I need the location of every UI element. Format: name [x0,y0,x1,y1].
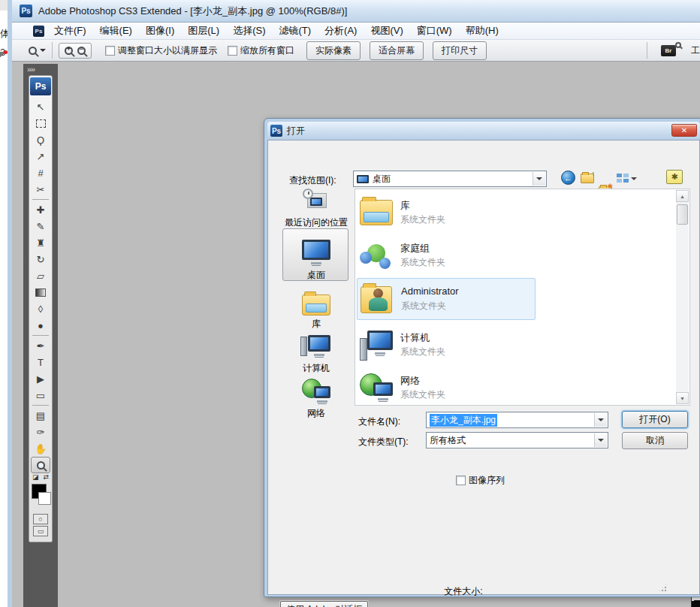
back-button[interactable]: ← [561,171,575,185]
separator [647,42,647,59]
resize-grip[interactable] [658,583,668,593]
resize-windows-checkbox[interactable] [105,46,115,56]
marquee-tool[interactable] [29,115,52,131]
menu-window[interactable]: 窗口(W) [410,23,459,39]
window-title: Adobe Photoshop CS3 Extended - [李小龙_副本.j… [38,5,347,18]
shape-tool[interactable]: ▭ [29,387,52,403]
menu-view[interactable]: 视图(V) [364,23,409,39]
path-select-tool[interactable]: ▶ [29,370,52,387]
image-sequence-checkbox[interactable] [456,476,466,485]
zoom-out-icon[interactable]: − [77,47,86,55]
close-button[interactable]: ✕ [671,124,697,137]
screen-mode-button[interactable]: ▭ [33,526,48,536]
image-sequence-label: 图像序列 [469,474,505,487]
bridge-icon[interactable]: Br [661,45,676,56]
dropdown-button[interactable] [594,413,607,427]
list-item-homegroup[interactable]: 家庭组 系统文件夹 [357,235,536,277]
pen-tool[interactable]: ✒ [29,337,52,354]
hand-tool[interactable]: ✋ [29,440,52,457]
actual-pixels-button[interactable]: 实际像素 [306,41,361,60]
swap-colors-row[interactable]: ◪ ⇄ [29,473,52,481]
zoom-in-out-group: + − [59,43,92,59]
filetype-value: 所有格式 [430,434,466,447]
menu-help[interactable]: 帮助(H) [459,23,505,39]
zoom-tool-preset[interactable] [29,47,46,55]
menu-layer[interactable]: 图层(L) [181,23,226,39]
up-one-level-button[interactable]: ↑ [581,174,594,183]
pen-cursor-icon [0,52,7,59]
fit-screen-button[interactable]: 适合屏幕 [370,41,424,60]
open-button[interactable]: 打开(O) [622,411,688,428]
healing-brush-tool[interactable]: ✚ [29,201,52,218]
quick-mask-button[interactable]: ○ [33,514,48,524]
list-item-computer[interactable]: 计算机 系统文件夹 [357,325,536,367]
dodge-tool[interactable]: ● [29,317,52,334]
background-color-swatch[interactable] [38,492,51,505]
cancel-button[interactable]: 取消 [622,432,688,449]
place-network[interactable]: 网络 [279,379,354,420]
zoom-tool[interactable] [31,457,50,473]
eyedropper-tool[interactable]: ✑ [29,424,52,440]
favorites-folder-button[interactable]: ✱ [666,170,683,184]
place-desktop[interactable]: 桌面 [279,235,354,282]
place-computer[interactable]: 计算机 [279,334,354,375]
history-brush-tool[interactable]: ↻ [29,251,52,267]
blur-tool[interactable]: ◊ [29,300,52,317]
ps-logo-icon[interactable]: Ps [30,77,51,95]
menu-analysis[interactable]: 分析(A) [318,23,364,39]
dropdown-button[interactable] [533,172,545,186]
slice-tool[interactable]: ✂ [29,181,52,198]
lasso-tool[interactable]: Ϙ [29,131,52,148]
computer-icon [360,329,394,362]
look-in-combobox[interactable]: 桌面 [353,171,547,187]
zoom-all-windows-checkbox[interactable] [228,46,237,56]
scrollbar[interactable]: ▲ ▼ [676,190,689,404]
swap-colors-icon[interactable]: ⇄ [43,473,49,481]
eraser-tool[interactable]: ▱ [29,267,52,284]
menu-select[interactable]: 选择(S) [226,23,272,39]
use-adobe-dialog-button[interactable]: 使用 Adobe 对话框 [280,601,368,607]
user-folder-icon [361,286,392,313]
filename-label: 文件名(N): [358,415,400,428]
magnifier-icon [675,42,681,48]
views-menu-button[interactable] [617,171,637,183]
menu-filter[interactable]: 滤镜(T) [272,23,318,39]
look-in-value: 桌面 [373,173,391,186]
chevron-down-icon [598,439,604,442]
scrollbar-thumb[interactable] [677,204,688,225]
photoshop-app-icon: Ps [20,5,32,17]
dropdown-button[interactable] [594,433,607,447]
clone-stamp-tool[interactable]: ♜ [29,234,52,251]
zoom-in-icon[interactable]: + [65,47,73,55]
filename-combobox[interactable]: 李小龙_副本.jpg [426,412,608,428]
collapse-panel-icon[interactable]: »» [23,64,58,75]
magic-wand-tool[interactable]: ↗ [29,148,52,165]
filetype-combobox[interactable]: 所有格式 [426,432,608,448]
list-item-administrator[interactable]: Administrator 系统文件夹 [357,278,536,320]
crop-tool[interactable]: # [29,165,52,181]
type-tool[interactable]: T [29,354,52,370]
menu-image[interactable]: 图像(I) [139,23,181,39]
tool-strip: Ps ↖ Ϙ ↗ # ✂ ✚ ✎ ♜ ↻ ▱ ◊ ● ✒ T ▶ ▭ [29,75,53,542]
place-libraries[interactable]: 库 [279,291,354,331]
default-colors-icon[interactable]: ◪ [32,473,39,481]
marquee-icon [36,119,46,128]
gradient-icon [35,288,46,297]
place-recent[interactable]: 最近访问的位置 [279,189,354,229]
list-item-network[interactable]: 网络 系统文件夹 [357,367,536,409]
scroll-down-button[interactable]: ▼ [676,392,689,404]
menu-edit[interactable]: 编辑(E) [93,23,139,39]
desktop-icon [302,240,330,260]
list-item-libraries[interactable]: 库 系统文件夹 [357,192,536,234]
print-size-button[interactable]: 打印尺寸 [433,41,487,60]
notes-tool[interactable]: ▤ [29,407,52,424]
title-bar: Ps Adobe Photoshop CS3 Extended - [李小龙_副… [12,0,700,23]
scroll-up-button[interactable]: ▲ [676,190,689,202]
gradient-tool[interactable] [29,284,52,300]
photoshop-window: Ps Adobe Photoshop CS3 Extended - [李小龙_副… [8,0,700,607]
brush-tool[interactable]: ✎ [29,218,52,234]
options-bar: + − 调整窗口大小以满屏显示 缩放所有窗口 实际像素 适合屏幕 打印尺寸 Br… [12,40,700,62]
move-tool[interactable]: ↖ [29,98,52,115]
dialog-title-bar[interactable]: Ps 打开 ✕ [267,122,700,140]
menu-file[interactable]: 文件(F) [47,23,93,39]
